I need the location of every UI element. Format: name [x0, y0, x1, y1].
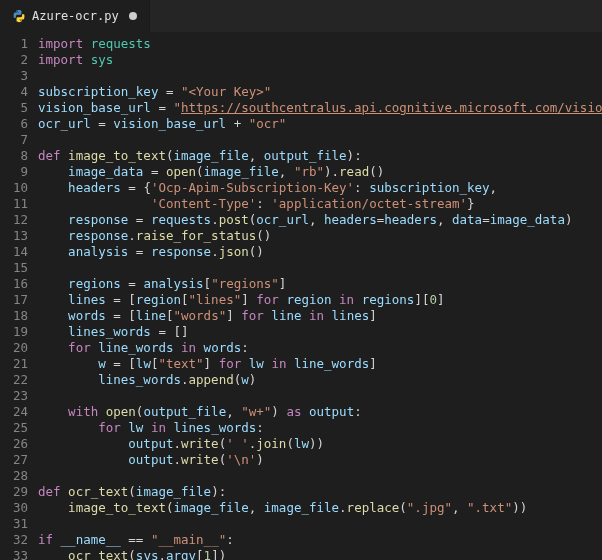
editor-area[interactable]: 1234567891011121314151617181920212223242… — [0, 32, 602, 560]
code-line[interactable]: output.write(' '.join(lw)) — [38, 436, 602, 452]
line-number: 10 — [0, 180, 38, 196]
code-line[interactable]: def ocr_text(image_file): — [38, 484, 602, 500]
code-line[interactable]: for line_words in words: — [38, 340, 602, 356]
code-line[interactable] — [38, 132, 602, 148]
code-line[interactable]: analysis = response.json() — [38, 244, 602, 260]
code-line[interactable]: for lw in lines_words: — [38, 420, 602, 436]
code-line[interactable]: ocr_url = vision_base_url + "ocr" — [38, 116, 602, 132]
tab-filename: Azure-ocr.py — [32, 9, 119, 23]
line-number: 13 — [0, 228, 38, 244]
code-line[interactable]: ocr_text(sys.argv[1]) — [38, 548, 602, 560]
code-line[interactable]: image_data = open(image_file, "rb").read… — [38, 164, 602, 180]
line-number: 25 — [0, 420, 38, 436]
python-file-icon — [12, 9, 26, 23]
code-line[interactable]: response = requests.post(ocr_url, header… — [38, 212, 602, 228]
line-number: 21 — [0, 356, 38, 372]
line-number: 31 — [0, 516, 38, 532]
code-line[interactable]: def image_to_text(image_file, output_fil… — [38, 148, 602, 164]
code-line[interactable] — [38, 68, 602, 84]
line-number: 17 — [0, 292, 38, 308]
line-number: 22 — [0, 372, 38, 388]
code-line[interactable]: with open(output_file, "w+") as output: — [38, 404, 602, 420]
line-number: 18 — [0, 308, 38, 324]
line-number: 29 — [0, 484, 38, 500]
code-line[interactable]: subscription_key = "<Your Key>" — [38, 84, 602, 100]
line-number: 11 — [0, 196, 38, 212]
line-number: 7 — [0, 132, 38, 148]
code-line[interactable]: response.raise_for_status() — [38, 228, 602, 244]
line-number: 2 — [0, 52, 38, 68]
line-number: 5 — [0, 100, 38, 116]
code-line[interactable]: vision_base_url = "https://southcentralu… — [38, 100, 602, 116]
line-number: 6 — [0, 116, 38, 132]
line-number: 12 — [0, 212, 38, 228]
code-line[interactable] — [38, 516, 602, 532]
code-line[interactable]: lines = [region["lines"] for region in r… — [38, 292, 602, 308]
line-number: 4 — [0, 84, 38, 100]
code-line[interactable]: 'Content-Type': 'application/octet-strea… — [38, 196, 602, 212]
code-line[interactable] — [38, 388, 602, 404]
code-line[interactable]: output.write('\n') — [38, 452, 602, 468]
line-number: 28 — [0, 468, 38, 484]
line-number: 30 — [0, 500, 38, 516]
tab-bar: Azure-ocr.py — [0, 0, 602, 32]
line-number: 14 — [0, 244, 38, 260]
code-line[interactable]: import sys — [38, 52, 602, 68]
line-number: 8 — [0, 148, 38, 164]
code-line[interactable]: headers = {'Ocp-Apim-Subscription-Key': … — [38, 180, 602, 196]
line-number: 20 — [0, 340, 38, 356]
line-number: 24 — [0, 404, 38, 420]
code-line[interactable]: words = [line["words"] for line in lines… — [38, 308, 602, 324]
line-number: 15 — [0, 260, 38, 276]
code-line[interactable] — [38, 260, 602, 276]
line-number: 23 — [0, 388, 38, 404]
code-line[interactable]: w = [lw["text"] for lw in line_words] — [38, 356, 602, 372]
code-line[interactable]: lines_words.append(w) — [38, 372, 602, 388]
tab-active[interactable]: Azure-ocr.py — [0, 0, 150, 32]
line-number: 9 — [0, 164, 38, 180]
line-number-gutter: 1234567891011121314151617181920212223242… — [0, 32, 38, 560]
code-content[interactable]: import requestsimport sys subscription_k… — [38, 32, 602, 560]
line-number: 3 — [0, 68, 38, 84]
code-line[interactable]: if __name__ == "__main__": — [38, 532, 602, 548]
code-line[interactable]: regions = analysis["regions"] — [38, 276, 602, 292]
line-number: 26 — [0, 436, 38, 452]
line-number: 32 — [0, 532, 38, 548]
code-line[interactable]: image_to_text(image_file, image_file.rep… — [38, 500, 602, 516]
code-line[interactable]: lines_words = [] — [38, 324, 602, 340]
code-line[interactable] — [38, 468, 602, 484]
code-line[interactable]: import requests — [38, 36, 602, 52]
line-number: 19 — [0, 324, 38, 340]
line-number: 27 — [0, 452, 38, 468]
line-number: 16 — [0, 276, 38, 292]
dirty-indicator-icon — [129, 12, 137, 20]
line-number: 1 — [0, 36, 38, 52]
line-number: 33 — [0, 548, 38, 560]
